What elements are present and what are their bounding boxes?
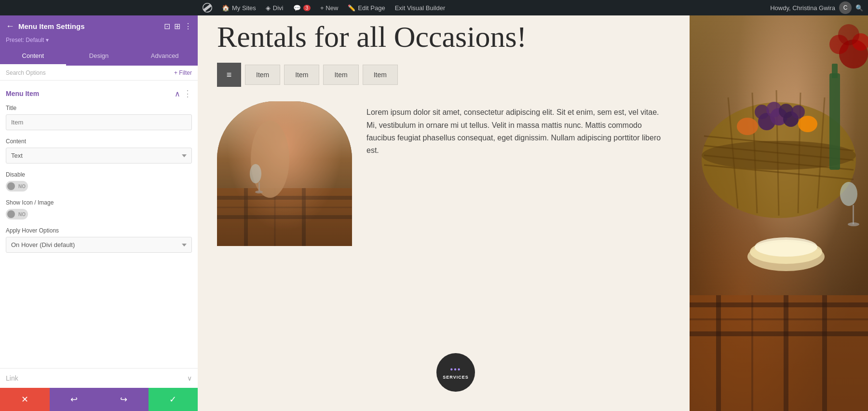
- search-bar: + Filter: [0, 66, 198, 81]
- content-select[interactable]: Text Custom HTML: [6, 148, 192, 164]
- svg-point-52: [838, 24, 859, 45]
- svg-point-29: [779, 104, 793, 118]
- home-icon: 🏠: [222, 4, 230, 12]
- hamburger-icon: ≡: [227, 70, 232, 80]
- exit-builder-button[interactable]: Exit Visual Builder: [390, 0, 450, 15]
- header-icons: ⊡ ⊞ ⋮: [164, 22, 192, 31]
- svg-rect-33: [829, 73, 840, 170]
- svg-point-9: [250, 164, 261, 183]
- tab-content[interactable]: Content: [0, 47, 66, 66]
- svg-point-35: [840, 182, 857, 206]
- pencil-icon: ✏️: [348, 4, 355, 12]
- svg-point-30: [791, 105, 805, 119]
- section-header: Menu Item ∧ ⋮: [6, 88, 192, 99]
- website-content: Rentals for all Occasions! ≡ Item Item I…: [198, 15, 868, 411]
- divi-icon: ◈: [266, 4, 271, 12]
- svg-point-31: [737, 118, 758, 135]
- picnic-image: [217, 101, 352, 246]
- tab-design[interactable]: Design: [66, 47, 132, 66]
- hover-field: Apply Hover Options On Hover (Divi defau…: [6, 227, 192, 253]
- services-button[interactable]: ••• SERVICES: [436, 353, 475, 392]
- search-icon[interactable]: 🔍: [855, 4, 863, 12]
- content-label: Content: [6, 138, 192, 145]
- main-layout: ← Menu Item Settings ⊡ ⊞ ⋮ Preset: Defau…: [0, 15, 868, 411]
- basket-decoration: [690, 15, 868, 411]
- content-field: Content Text Custom HTML: [6, 138, 192, 164]
- nav-bar: ≡ Item Item Item Item: [217, 63, 670, 87]
- disable-toggle[interactable]: NO: [6, 181, 28, 192]
- disable-field: Disable NO: [6, 171, 192, 192]
- hero-title: Rentals for all Occasions!: [217, 20, 670, 53]
- show-icon-label: Show Icon / Image: [6, 199, 192, 206]
- comments-menu[interactable]: 💬 3: [288, 0, 316, 15]
- cancel-button[interactable]: ✕: [0, 388, 50, 411]
- panel-actions: ✕ ↩ ↪ ✓: [0, 388, 198, 411]
- nav-item-4[interactable]: Item: [363, 65, 398, 85]
- divi-menu[interactable]: ◈ Divi: [261, 0, 288, 15]
- nav-item-2[interactable]: Item: [284, 65, 319, 85]
- edit-page-button[interactable]: ✏️ Edit Page: [343, 0, 390, 15]
- show-icon-field: Show Icon / Image NO: [6, 199, 192, 219]
- section-title: Menu Item: [6, 90, 39, 97]
- panel-body: Menu Item ∧ ⋮ Title Content Text Custom …: [0, 81, 198, 368]
- link-title: Link: [6, 374, 18, 382]
- hamburger-menu[interactable]: ≡: [217, 63, 241, 87]
- toggle-no-label-2: NO: [18, 212, 26, 217]
- svg-point-37: [848, 222, 859, 226]
- hover-label: Apply Hover Options: [6, 227, 192, 234]
- admin-bar-right: Howdy, Christina Gwira C 🔍: [770, 1, 868, 14]
- more-options-icon[interactable]: ⋮: [184, 22, 192, 31]
- new-button[interactable]: + New: [315, 0, 343, 15]
- page-main: Rentals for all Occasions! ≡ Item Item I…: [198, 15, 690, 411]
- tab-advanced[interactable]: Advanced: [132, 47, 198, 66]
- disable-label: Disable: [6, 171, 192, 178]
- window-icon[interactable]: ⊡: [164, 22, 170, 31]
- svg-rect-10: [258, 182, 260, 192]
- save-button[interactable]: ✓: [149, 388, 198, 411]
- picnic-bg: [217, 101, 352, 246]
- search-input[interactable]: [6, 69, 170, 76]
- disable-toggle-wrapper: NO: [6, 181, 192, 192]
- svg-point-32: [798, 116, 817, 132]
- content-image: [217, 101, 352, 246]
- collapse-icon[interactable]: ∧: [175, 89, 180, 98]
- content-area: Rentals for all Occasions! ≡ Item Item I…: [198, 15, 868, 411]
- redo-button[interactable]: ↪: [99, 388, 149, 411]
- nav-item-1[interactable]: Item: [245, 65, 280, 85]
- my-sites-menu[interactable]: 🏠 My Sites: [217, 0, 261, 15]
- show-icon-toggle[interactable]: NO: [6, 209, 28, 219]
- show-icon-toggle-wrapper: NO: [6, 209, 192, 219]
- svg-rect-36: [853, 205, 854, 224]
- toggle-knob-2: [7, 210, 15, 218]
- content-text: Lorem ipsum dolor sit amet, consectetur …: [366, 101, 670, 411]
- comment-icon: 💬: [293, 4, 301, 12]
- back-icon[interactable]: ←: [6, 21, 14, 31]
- toggle-knob: [7, 182, 15, 190]
- title-input[interactable]: [6, 114, 192, 130]
- left-panel: ← Menu Item Settings ⊡ ⊞ ⋮ Preset: Defau…: [0, 15, 198, 411]
- right-image-panel: [690, 15, 868, 411]
- panel-preset[interactable]: Preset: Default ▾: [0, 37, 198, 47]
- hero-section: Rentals for all Occasions!: [217, 15, 670, 63]
- section-menu-icon[interactable]: ⋮: [183, 88, 192, 99]
- svg-rect-34: [832, 64, 838, 78]
- panel-tabs: Content Design Advanced: [0, 47, 198, 66]
- filter-button[interactable]: + Filter: [174, 69, 192, 76]
- section-controls: ∧ ⋮: [175, 88, 192, 99]
- nav-item-3[interactable]: Item: [323, 65, 358, 85]
- svg-point-11: [255, 191, 263, 193]
- dots-icon: •••: [450, 365, 461, 374]
- link-header[interactable]: Link ∨: [6, 374, 192, 382]
- svg-point-40: [755, 237, 817, 257]
- title-label: Title: [6, 105, 192, 111]
- undo-button[interactable]: ↩: [50, 388, 99, 411]
- toggle-no-label: NO: [18, 184, 26, 189]
- wp-logo[interactable]: [198, 0, 217, 15]
- services-label: SERVICES: [443, 375, 468, 380]
- svg-point-8: [251, 121, 289, 198]
- panel-title: Menu Item Settings: [18, 22, 160, 30]
- hover-select[interactable]: On Hover (Divi default) On Click Always: [6, 237, 192, 253]
- chevron-down-icon: ∨: [187, 374, 192, 382]
- columns-icon[interactable]: ⊞: [174, 22, 180, 31]
- avatar[interactable]: C: [839, 1, 852, 14]
